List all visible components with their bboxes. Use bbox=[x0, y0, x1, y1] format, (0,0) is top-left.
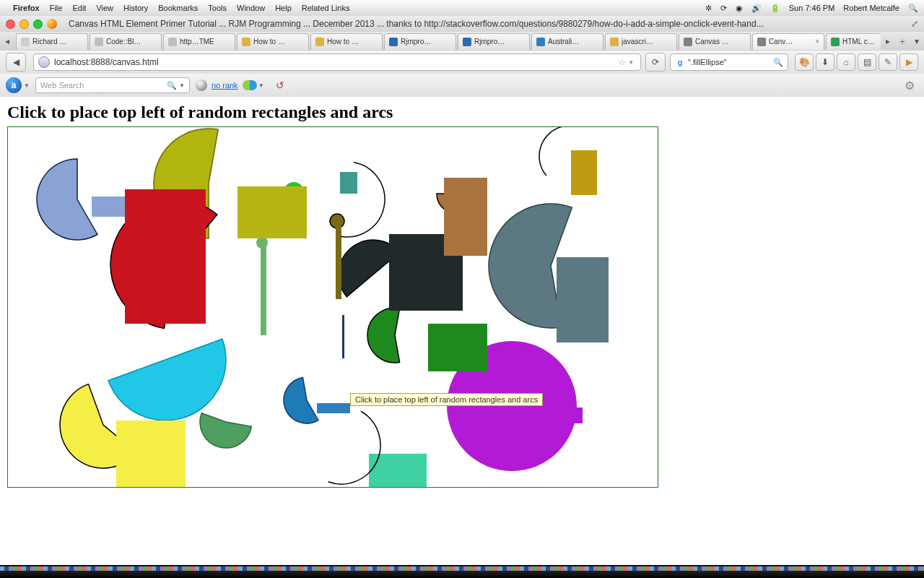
web-search-dropdown-icon[interactable]: ▼ bbox=[179, 82, 185, 89]
home-button[interactable]: ⌂ bbox=[837, 53, 855, 71]
canvas-rect bbox=[125, 189, 206, 324]
alexa-icon[interactable]: a bbox=[6, 77, 22, 93]
browser-tab-2[interactable]: http…TME bbox=[163, 33, 235, 50]
menu-view[interactable]: View bbox=[96, 4, 113, 12]
canvas-tooltip: Click to place top left of random rectan… bbox=[350, 393, 543, 406]
canvas-rect bbox=[428, 324, 487, 371]
canvas-rect bbox=[340, 172, 357, 194]
url-bar[interactable]: localhost:8888/canvas.html ☆ ▾ bbox=[33, 53, 641, 71]
browser-tab-8[interactable]: javascri… bbox=[605, 33, 677, 50]
minimize-window-button[interactable] bbox=[19, 20, 29, 29]
canvas-arc bbox=[37, 159, 97, 240]
browser-tab-9[interactable]: Canvas … bbox=[679, 33, 751, 50]
browser-tab-0[interactable]: Richard … bbox=[16, 33, 88, 50]
wifi-icon[interactable]: ◉ bbox=[736, 4, 743, 13]
menu-help[interactable]: Help bbox=[275, 4, 292, 12]
window-titlebar: Canvas HTML Element Primer Tutorial ... … bbox=[0, 16, 924, 33]
browser-tab-6[interactable]: Rjmpro… bbox=[458, 33, 530, 50]
battery-icon[interactable]: 🔋 bbox=[770, 4, 780, 13]
favicon-icon bbox=[242, 38, 250, 46]
dock[interactable] bbox=[0, 565, 924, 578]
browser-tab-1[interactable]: Code::Bl… bbox=[90, 33, 162, 50]
sync-icon[interactable]: ⟳ bbox=[720, 4, 727, 13]
search-text[interactable]: ".fillEllipse" bbox=[688, 58, 773, 66]
browser-tab-10[interactable]: Canv…× bbox=[752, 33, 824, 50]
user-name[interactable]: Robert Metcalfe bbox=[843, 4, 899, 12]
pill-toggle-icon[interactable] bbox=[243, 80, 257, 90]
canvas-rect bbox=[317, 403, 350, 413]
menu-tools[interactable]: Tools bbox=[208, 4, 227, 12]
nav-toolbar: ◀ localhost:8888/canvas.html ☆ ▾ ⟳ g ".f… bbox=[0, 51, 924, 74]
canvas-rect bbox=[342, 315, 344, 358]
tab-strip: ◂ Richard …Code::Bl…http…TMEHow to …How … bbox=[0, 32, 924, 51]
browser-tab-5[interactable]: Rjmpro… bbox=[384, 33, 456, 50]
alexa-rank-link[interactable]: no rank bbox=[212, 81, 238, 90]
zoom-window-button[interactable] bbox=[33, 20, 43, 29]
menu-history[interactable]: History bbox=[123, 4, 148, 12]
tab-label: HTML c… bbox=[842, 38, 881, 46]
canvas-rect bbox=[444, 178, 487, 256]
canvas-arc bbox=[200, 413, 251, 448]
pill-dropdown-icon[interactable]: ▼ bbox=[258, 82, 264, 89]
favicon-icon bbox=[389, 38, 398, 46]
tab-label: Rjmpro… bbox=[474, 38, 525, 46]
new-tab-button[interactable]: ＋ bbox=[895, 35, 910, 48]
close-window-button[interactable] bbox=[6, 20, 15, 29]
bookmarks-button[interactable]: ▤ bbox=[858, 53, 876, 71]
page-heading: Click to place top left of random rectan… bbox=[7, 103, 917, 122]
reload-button[interactable]: ⟳ bbox=[645, 53, 666, 72]
menu-edit[interactable]: Edit bbox=[72, 4, 86, 12]
addon-toolbar: a ▼ Web Search 🔍 ▼ no rank ▼ ↺ ⚙ bbox=[0, 74, 924, 98]
toolbar-btn-1[interactable]: 🎨 bbox=[795, 53, 814, 71]
menu-window[interactable]: Window bbox=[237, 4, 265, 12]
volume-icon[interactable]: 🔊 bbox=[751, 4, 762, 13]
google-icon[interactable]: g bbox=[675, 57, 685, 67]
downloads-button[interactable]: ⬇ bbox=[816, 53, 834, 71]
favicon-icon bbox=[610, 38, 619, 46]
bluetooth-icon[interactable]: ✲ bbox=[705, 4, 712, 13]
browser-tab-3[interactable]: How to … bbox=[237, 33, 309, 50]
toolbar-btn-6[interactable]: ▶ bbox=[899, 53, 918, 71]
tab-label: http…TME bbox=[180, 38, 230, 46]
spotlight-icon[interactable]: 🔍 bbox=[908, 4, 918, 13]
canvas-rect bbox=[336, 215, 341, 299]
window-title: Canvas HTML Element Primer Tutorial ... … bbox=[69, 19, 907, 29]
url-dropdown-icon[interactable]: ▾ bbox=[629, 59, 633, 66]
url-text[interactable]: localhost:8888/canvas.html bbox=[54, 57, 615, 67]
canvas-open-arc bbox=[539, 127, 565, 176]
search-submit-icon[interactable]: 🔍 bbox=[773, 58, 783, 67]
canvas-arc bbox=[367, 308, 400, 363]
canvas-rect bbox=[568, 407, 583, 423]
browser-tab-4[interactable]: How to … bbox=[310, 33, 383, 50]
tab-list-dropdown[interactable]: ▾ bbox=[910, 36, 924, 46]
wayback-icon[interactable]: ↺ bbox=[276, 79, 284, 91]
search-bar[interactable]: g ".fillEllipse" 🔍 bbox=[670, 53, 788, 71]
web-search-mag-icon[interactable]: 🔍 bbox=[167, 81, 177, 90]
globe-icon[interactable] bbox=[196, 79, 207, 91]
favicon-icon bbox=[315, 38, 324, 46]
alexa-dropdown-icon[interactable]: ▼ bbox=[24, 82, 30, 89]
back-button[interactable]: ◀ bbox=[6, 53, 26, 72]
app-menu[interactable]: Firefox bbox=[13, 4, 40, 12]
clock[interactable]: Sun 7:46 PM bbox=[789, 4, 835, 12]
favicon-icon bbox=[168, 38, 177, 46]
menu-related-links[interactable]: Related Links bbox=[302, 4, 350, 12]
canvas-area[interactable]: Click to place top left of random rectan… bbox=[7, 126, 658, 488]
page-content: Click to place top left of random rectan… bbox=[0, 97, 924, 564]
web-search-input[interactable]: Web Search 🔍 ▼ bbox=[35, 77, 190, 93]
favicon-icon bbox=[684, 38, 692, 46]
menu-bookmarks[interactable]: Bookmarks bbox=[158, 4, 198, 12]
toolbar-btn-5[interactable]: ✎ bbox=[879, 53, 897, 71]
tab-scroll-right[interactable]: ▸ bbox=[881, 36, 895, 46]
tab-label: Code::Bl… bbox=[106, 38, 157, 46]
browser-tab-11[interactable]: HTML c… bbox=[826, 33, 881, 50]
tab-scroll-left[interactable]: ◂ bbox=[0, 36, 14, 46]
settings-gear-icon[interactable]: ⚙ bbox=[901, 77, 918, 93]
fullscreen-icon[interactable]: ⤢ bbox=[911, 19, 918, 29]
tab-label: Canvas … bbox=[695, 38, 746, 46]
menu-file[interactable]: File bbox=[50, 4, 63, 12]
browser-tab-7[interactable]: Australi… bbox=[531, 33, 603, 50]
site-identity-icon[interactable] bbox=[38, 56, 50, 68]
bookmark-star-icon[interactable]: ☆ bbox=[618, 57, 627, 68]
tab-close-icon[interactable]: × bbox=[815, 38, 819, 46]
